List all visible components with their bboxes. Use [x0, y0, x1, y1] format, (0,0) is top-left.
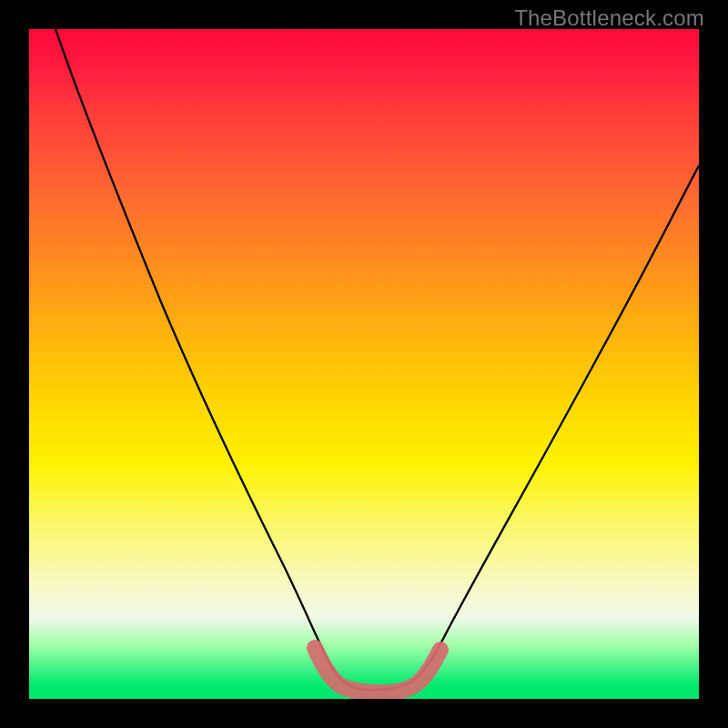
bottleneck-curve: [56, 29, 699, 690]
bottleneck-curve-svg: [29, 29, 699, 699]
chart-frame: TheBottleneck.com: [0, 0, 728, 728]
plot-area: [29, 29, 699, 699]
optimal-zone-highlight: [315, 648, 440, 693]
watermark-text: TheBottleneck.com: [514, 5, 704, 31]
